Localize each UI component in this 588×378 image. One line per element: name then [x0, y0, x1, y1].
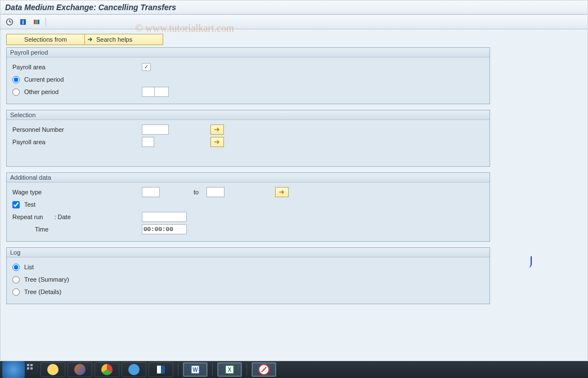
other-period-input-1[interactable]: [142, 87, 154, 97]
test-label: Test: [24, 201, 35, 208]
payroll-area-label-2: Payroll area: [12, 139, 142, 145]
payroll-area-check-icon[interactable]: ✓: [142, 63, 151, 71]
personnel-number-input[interactable]: [142, 124, 169, 135]
other-period-input-2[interactable]: [154, 87, 169, 97]
taskbar-divider: [212, 363, 213, 376]
abc-icon[interactable]: [31, 17, 42, 27]
taskbar-app-excel[interactable]: X: [217, 362, 242, 377]
repeat-run-label: Repeat run: [12, 214, 43, 220]
group-additional-data: Additional data Wage type to: [6, 172, 490, 242]
taskview-icon[interactable]: [27, 364, 38, 375]
content-area: Selections from Search helps Payroll per…: [1, 29, 587, 309]
time-label: Time: [12, 226, 142, 233]
wage-type-label: Wage type: [12, 189, 142, 195]
group-title: Selection: [7, 110, 490, 120]
svg-text:X: X: [228, 367, 232, 373]
page-title: Data Medium Exchange: Cancelling Transfe…: [1, 1, 587, 15]
wage-type-to-input[interactable]: [207, 187, 225, 197]
personnel-number-label: Personnel Number: [12, 126, 142, 133]
time-input[interactable]: [142, 224, 187, 234]
log-tree-summary-label: Tree (Summary): [24, 276, 69, 283]
group-title: Log: [7, 248, 490, 257]
payroll-area-input[interactable]: [142, 137, 154, 147]
personnel-number-multisel-button[interactable]: [210, 124, 224, 135]
svg-text:i: i: [23, 19, 24, 25]
search-helps-button[interactable]: Search helps: [84, 34, 163, 45]
taskbar-divider: [246, 363, 247, 376]
start-button[interactable]: [2, 361, 25, 378]
app-toolbar: i: [1, 15, 587, 29]
taskbar-app-chrome[interactable]: [95, 362, 119, 377]
toolbar-separator: [46, 17, 46, 26]
execute-icon[interactable]: [4, 17, 15, 27]
taskbar-app-blocked[interactable]: [252, 362, 276, 377]
svg-text:W: W: [192, 367, 198, 373]
wage-type-multisel-button[interactable]: [275, 187, 289, 197]
os-taskbar: W X: [0, 361, 588, 378]
search-helps-label: Search helps: [96, 36, 132, 43]
arrow-right-icon: [87, 37, 93, 42]
log-list-radio[interactable]: [12, 264, 20, 271]
other-period-label: Other period: [24, 88, 59, 95]
taskbar-divider: [178, 363, 178, 376]
other-period-radio[interactable]: [12, 88, 20, 96]
wage-type-from-input[interactable]: [142, 187, 160, 197]
info-icon[interactable]: i: [17, 17, 29, 27]
group-title: Additional data: [7, 173, 490, 183]
log-tree-details-label: Tree (Details): [24, 288, 61, 295]
svg-rect-9: [161, 366, 165, 373]
svg-rect-5: [34, 20, 35, 24]
action-button-row: Selections from Search helps: [6, 34, 496, 45]
sap-gui-window: Data Medium Exchange: Cancelling Transfe…: [0, 0, 588, 361]
current-period-label: Current period: [24, 76, 64, 83]
test-checkbox[interactable]: [12, 201, 20, 208]
stray-mark: [528, 256, 532, 268]
taskbar-app-5[interactable]: [149, 362, 173, 377]
group-payroll-period: Payroll period Payroll area ✓ Current pe…: [6, 47, 490, 104]
group-title: Payroll period: [7, 48, 490, 57]
taskbar-app-explorer[interactable]: [41, 362, 65, 377]
payroll-area-label: Payroll area: [12, 64, 142, 70]
log-tree-details-radio[interactable]: [12, 288, 20, 296]
repeat-run-date-input[interactable]: [142, 212, 187, 222]
taskbar-app-firefox[interactable]: [68, 362, 92, 377]
log-list-label: List: [24, 264, 34, 270]
date-suffix-label: : Date: [54, 214, 70, 220]
to-label: to: [194, 189, 199, 195]
svg-rect-6: [36, 20, 38, 24]
current-period-radio[interactable]: [12, 76, 20, 83]
group-selection: Selection Personnel Number Payroll area: [6, 110, 490, 167]
svg-rect-8: [157, 366, 161, 373]
log-tree-summary-radio[interactable]: [12, 276, 20, 283]
taskbar-app-word[interactable]: W: [183, 362, 208, 377]
selections-from-button[interactable]: Selections from: [6, 34, 85, 45]
payroll-area-multisel-button[interactable]: [210, 137, 224, 147]
svg-rect-7: [38, 20, 39, 24]
taskbar-app-4[interactable]: [122, 362, 146, 377]
group-log: Log List Tree (Summary): [6, 247, 490, 304]
